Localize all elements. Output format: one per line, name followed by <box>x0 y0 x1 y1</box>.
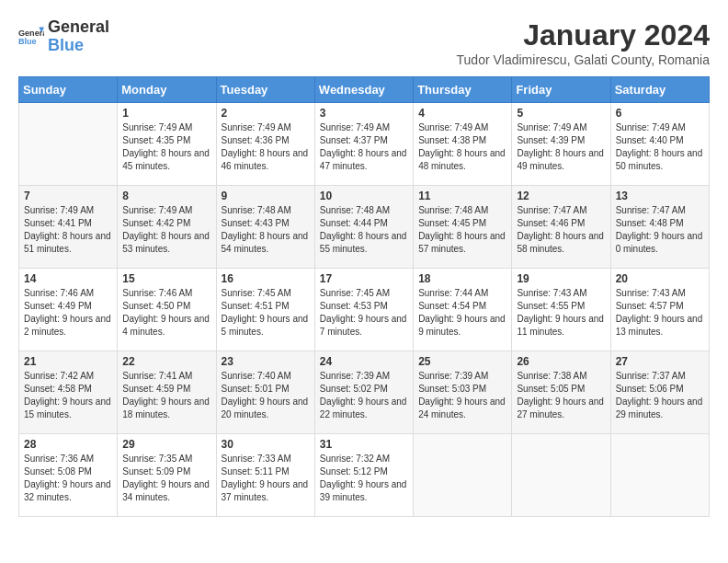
calendar-cell <box>610 434 709 517</box>
day-info: Sunrise: 7:41 AMSunset: 4:59 PMDaylight:… <box>122 370 210 421</box>
day-number: 30 <box>222 438 310 451</box>
day-info: Sunrise: 7:49 AMSunset: 4:42 PMDaylight:… <box>122 204 210 256</box>
day-info: Sunrise: 7:48 AMSunset: 4:43 PMDaylight:… <box>222 204 310 256</box>
calendar-cell: 26Sunrise: 7:38 AMSunset: 5:05 PMDayligh… <box>512 351 610 434</box>
day-info: Sunrise: 7:43 AMSunset: 4:57 PMDaylight:… <box>616 287 704 339</box>
day-info: Sunrise: 7:48 AMSunset: 4:44 PMDaylight:… <box>320 204 408 256</box>
day-number: 25 <box>418 355 506 368</box>
day-info: Sunrise: 7:32 AMSunset: 5:12 PMDaylight:… <box>320 453 408 504</box>
day-number: 29 <box>122 438 210 451</box>
weekday-header: Monday <box>118 77 216 103</box>
day-number: 21 <box>24 355 112 368</box>
day-number: 6 <box>616 107 704 120</box>
page-header: General Blue General Blue January 2024 T… <box>18 18 710 67</box>
day-number: 17 <box>320 272 408 285</box>
day-number: 26 <box>517 355 605 368</box>
day-number: 23 <box>222 355 310 368</box>
calendar-cell: 16Sunrise: 7:45 AMSunset: 4:51 PMDayligh… <box>216 269 314 351</box>
calendar-cell: 2Sunrise: 7:49 AMSunset: 4:36 PMDaylight… <box>216 103 314 186</box>
day-info: Sunrise: 7:38 AMSunset: 5:05 PMDaylight:… <box>517 370 605 421</box>
day-info: Sunrise: 7:49 AMSunset: 4:37 PMDaylight:… <box>320 121 408 173</box>
calendar-cell: 19Sunrise: 7:43 AMSunset: 4:55 PMDayligh… <box>512 269 610 351</box>
calendar-cell: 3Sunrise: 7:49 AMSunset: 4:37 PMDaylight… <box>314 103 413 186</box>
day-number: 20 <box>616 272 704 285</box>
day-info: Sunrise: 7:46 AMSunset: 4:49 PMDaylight:… <box>24 287 112 339</box>
calendar-cell: 18Sunrise: 7:44 AMSunset: 4:54 PMDayligh… <box>414 269 512 351</box>
calendar-cell: 22Sunrise: 7:41 AMSunset: 4:59 PMDayligh… <box>118 351 216 434</box>
calendar-cell: 4Sunrise: 7:49 AMSunset: 4:38 PMDaylight… <box>414 103 512 186</box>
calendar-cell: 30Sunrise: 7:33 AMSunset: 5:11 PMDayligh… <box>216 434 314 517</box>
day-info: Sunrise: 7:37 AMSunset: 5:06 PMDaylight:… <box>616 370 704 421</box>
day-number: 19 <box>517 272 605 285</box>
day-info: Sunrise: 7:44 AMSunset: 4:54 PMDaylight:… <box>418 287 506 339</box>
day-number: 1 <box>122 107 210 120</box>
day-info: Sunrise: 7:49 AMSunset: 4:36 PMDaylight:… <box>222 121 310 173</box>
day-number: 10 <box>320 190 408 202</box>
day-info: Sunrise: 7:43 AMSunset: 4:55 PMDaylight:… <box>517 287 605 339</box>
calendar-week-row: 1Sunrise: 7:49 AMSunset: 4:35 PMDaylight… <box>19 103 710 186</box>
day-info: Sunrise: 7:49 AMSunset: 4:41 PMDaylight:… <box>24 204 112 256</box>
logo: General Blue General Blue <box>18 18 109 55</box>
day-number: 5 <box>517 107 605 120</box>
calendar-cell: 6Sunrise: 7:49 AMSunset: 4:40 PMDaylight… <box>610 103 709 186</box>
day-info: Sunrise: 7:47 AMSunset: 4:46 PMDaylight:… <box>517 204 605 256</box>
calendar-week-row: 14Sunrise: 7:46 AMSunset: 4:49 PMDayligh… <box>19 269 710 351</box>
day-info: Sunrise: 7:39 AMSunset: 5:02 PMDaylight:… <box>320 370 408 421</box>
weekday-header: Wednesday <box>314 77 413 103</box>
day-number: 11 <box>418 190 506 202</box>
month-title: January 2024 <box>457 18 710 52</box>
calendar-cell: 23Sunrise: 7:40 AMSunset: 5:01 PMDayligh… <box>216 351 314 434</box>
day-number: 12 <box>517 190 605 202</box>
day-number: 28 <box>24 438 112 451</box>
day-info: Sunrise: 7:33 AMSunset: 5:11 PMDaylight:… <box>222 453 310 504</box>
day-number: 3 <box>320 107 408 120</box>
day-number: 27 <box>616 355 704 368</box>
calendar-week-row: 7Sunrise: 7:49 AMSunset: 4:41 PMDaylight… <box>19 186 710 269</box>
day-number: 7 <box>24 190 112 202</box>
day-number: 2 <box>222 107 310 120</box>
calendar-cell: 13Sunrise: 7:47 AMSunset: 4:48 PMDayligh… <box>610 186 709 269</box>
location-subtitle: Tudor Vladimirescu, Galati County, Roman… <box>457 52 710 67</box>
day-number: 15 <box>122 272 210 285</box>
logo-text: General Blue <box>48 18 109 55</box>
day-number: 13 <box>616 190 704 202</box>
day-number: 14 <box>24 272 112 285</box>
day-info: Sunrise: 7:48 AMSunset: 4:45 PMDaylight:… <box>418 204 506 256</box>
weekday-header: Tuesday <box>216 77 314 103</box>
day-info: Sunrise: 7:45 AMSunset: 4:51 PMDaylight:… <box>222 287 310 339</box>
calendar-table: SundayMondayTuesdayWednesdayThursdayFrid… <box>18 76 710 517</box>
calendar-cell: 8Sunrise: 7:49 AMSunset: 4:42 PMDaylight… <box>118 186 216 269</box>
calendar-cell: 29Sunrise: 7:35 AMSunset: 5:09 PMDayligh… <box>118 434 216 517</box>
calendar-cell: 17Sunrise: 7:45 AMSunset: 4:53 PMDayligh… <box>314 269 413 351</box>
calendar-cell: 31Sunrise: 7:32 AMSunset: 5:12 PMDayligh… <box>314 434 413 517</box>
day-number: 8 <box>122 190 210 202</box>
calendar-cell: 27Sunrise: 7:37 AMSunset: 5:06 PMDayligh… <box>610 351 709 434</box>
calendar-cell: 1Sunrise: 7:49 AMSunset: 4:35 PMDaylight… <box>118 103 216 186</box>
day-info: Sunrise: 7:36 AMSunset: 5:08 PMDaylight:… <box>24 453 112 504</box>
calendar-cell: 9Sunrise: 7:48 AMSunset: 4:43 PMDaylight… <box>216 186 314 269</box>
day-number: 24 <box>320 355 408 368</box>
svg-text:Blue: Blue <box>18 37 37 46</box>
day-number: 16 <box>222 272 310 285</box>
day-info: Sunrise: 7:39 AMSunset: 5:03 PMDaylight:… <box>418 370 506 421</box>
calendar-week-row: 21Sunrise: 7:42 AMSunset: 4:58 PMDayligh… <box>19 351 710 434</box>
weekday-header: Friday <box>512 77 610 103</box>
calendar-cell: 14Sunrise: 7:46 AMSunset: 4:49 PMDayligh… <box>19 269 118 351</box>
day-info: Sunrise: 7:46 AMSunset: 4:50 PMDaylight:… <box>122 287 210 339</box>
day-info: Sunrise: 7:49 AMSunset: 4:40 PMDaylight:… <box>616 121 704 173</box>
day-number: 31 <box>320 438 408 451</box>
calendar-cell <box>414 434 512 517</box>
calendar-cell: 20Sunrise: 7:43 AMSunset: 4:57 PMDayligh… <box>610 269 709 351</box>
day-info: Sunrise: 7:47 AMSunset: 4:48 PMDaylight:… <box>616 204 704 256</box>
calendar-cell: 25Sunrise: 7:39 AMSunset: 5:03 PMDayligh… <box>414 351 512 434</box>
day-number: 18 <box>418 272 506 285</box>
calendar-header: SundayMondayTuesdayWednesdayThursdayFrid… <box>19 77 710 103</box>
calendar-cell: 5Sunrise: 7:49 AMSunset: 4:39 PMDaylight… <box>512 103 610 186</box>
day-info: Sunrise: 7:42 AMSunset: 4:58 PMDaylight:… <box>24 370 112 421</box>
day-number: 22 <box>122 355 210 368</box>
day-number: 4 <box>418 107 506 120</box>
day-info: Sunrise: 7:45 AMSunset: 4:53 PMDaylight:… <box>320 287 408 339</box>
calendar-cell: 15Sunrise: 7:46 AMSunset: 4:50 PMDayligh… <box>118 269 216 351</box>
header-row: SundayMondayTuesdayWednesdayThursdayFrid… <box>19 77 710 103</box>
calendar-cell <box>512 434 610 517</box>
